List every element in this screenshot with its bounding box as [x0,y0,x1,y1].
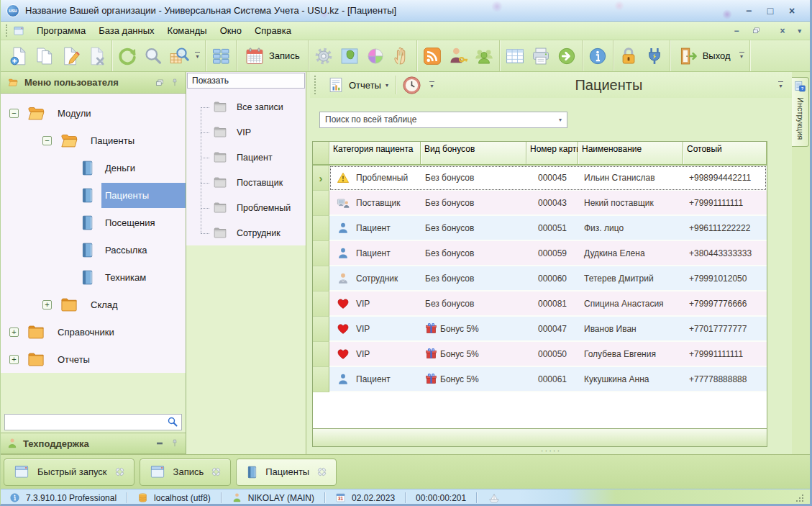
about-button[interactable] [585,43,611,69]
tree-item-patients-folder[interactable]: −Пациенты [1,127,186,154]
table-row[interactable]: ПациентБонус 5%000061Кукушкина Анна+7777… [313,367,767,392]
users-button[interactable] [471,43,497,69]
tree-item-mailing[interactable]: Рассылка [1,236,186,263]
delete-record-button[interactable] [83,43,109,69]
filter-patient[interactable]: Пациент [186,145,306,170]
search-button[interactable] [140,43,166,69]
column-header-name[interactable]: Наименование [578,142,683,164]
expander-plus-icon[interactable]: + [42,300,52,310]
menu-search-input[interactable] [8,416,167,428]
tree-item-technicians[interactable]: Техникам [1,263,186,291]
tree-item-warehouse[interactable]: +Склад [1,291,186,318]
rss-feed-button[interactable] [419,43,445,69]
panel-toolbar-overflow[interactable]: ▾ [426,81,437,89]
column-header-card-number[interactable]: Номер карты [526,142,578,164]
menu-item[interactable]: Команды [161,23,214,38]
record-calendar-button[interactable]: Запись [239,43,306,69]
toolbar-overflow[interactable]: ▾ [192,52,203,60]
lock-button[interactable] [616,43,642,69]
table-row[interactable]: ПациентБез бонусов000059Дудкина Елена+38… [313,241,767,266]
tab-record[interactable]: Запись [140,458,232,486]
table-row[interactable]: VIPБонус 5%000047Иванов Иван+77017777777 [313,317,767,342]
collapse-icon[interactable] [155,438,165,448]
plugins-button[interactable] [642,43,667,69]
combo-dropdown-icon[interactable]: ▾ [554,117,567,123]
clock-button[interactable] [398,73,426,96]
exit-button[interactable]: Выход [672,43,736,69]
filter-vip[interactable]: VIP [186,119,306,145]
panel-overflow-right[interactable]: ▾ [775,81,786,89]
refresh-button[interactable] [114,43,140,69]
menu-item[interactable]: Окно [214,23,248,38]
tree-item-patients[interactable]: Пациенты [1,181,186,209]
tree-item-money[interactable]: Деньги [1,154,186,181]
expander-plus-icon[interactable]: + [9,327,19,337]
run-button[interactable] [554,43,580,69]
support-panel-header[interactable]: Техподдержка [1,433,186,454]
column-header-phone[interactable]: Сотовый [683,142,767,164]
edit-record-button[interactable] [58,43,83,69]
resize-grip[interactable] [795,494,804,502]
table-view-button[interactable] [502,43,528,69]
instruction-tab[interactable]: Инструкция [792,77,809,147]
table-row[interactable]: VIPБонус 5%000050Голубева Евгения+799911… [313,342,767,367]
menu-item[interactable]: Программа [30,23,92,38]
menubar-grip[interactable] [6,24,9,37]
copy-record-button[interactable] [32,43,58,69]
tree-item-visits[interactable]: Посещения [1,209,186,236]
tab-patients[interactable]: Пациенты [236,458,337,486]
search-icon[interactable] [167,416,178,428]
filter-problem[interactable]: Проблемный [186,195,306,220]
expander-minus-icon[interactable]: − [42,136,52,145]
color-scheme-button[interactable] [362,43,388,69]
window-minimize-button[interactable]: − [738,5,759,17]
window-maximize-button[interactable]: □ [759,5,781,17]
tree-item-modules[interactable]: −Модули [1,99,186,127]
tree-item-reports[interactable]: +Отчеты [1,345,186,373]
menu-search-box[interactable] [4,414,182,430]
settings-button[interactable] [311,43,337,69]
menu-item[interactable]: Справка [248,23,298,38]
mdi-close-button[interactable]: × [780,26,785,36]
search-in-table-button[interactable] [166,43,192,69]
mdi-menu-caret[interactable]: ▾ [798,27,801,35]
float-panel-icon[interactable] [155,78,165,88]
tab-quick-launch[interactable]: Быстрый запуск [4,458,134,486]
table-row[interactable]: VIPБез бонусов000081Спицина Анастасия+79… [313,292,767,317]
table-search-input[interactable] [320,114,554,125]
user-access-button[interactable] [445,43,471,69]
filter-all-records[interactable]: Все записи [186,94,306,119]
map-button[interactable] [337,43,362,69]
hand-tool-button[interactable] [388,43,414,69]
toolbar-overflow-right[interactable]: ▾ [736,52,747,60]
table-search-combo[interactable]: ▾ [319,112,567,128]
column-header-category[interactable]: Категория пациента [329,142,421,164]
patients-table: Категория пациентаВид бонусовНомер карты… [312,141,767,447]
print-button[interactable] [528,43,554,69]
menu-item[interactable]: База данных [92,23,160,38]
pin-icon[interactable] [170,78,180,88]
tree-item-directories[interactable]: +Справочники [1,318,186,345]
cell-category: VIP [329,292,421,315]
window-close-button[interactable]: × [781,5,803,17]
panel-toolbar-grip[interactable] [314,76,318,94]
table-row[interactable]: ›ПроблемныйБез бонусов000045Ильин Станис… [313,166,767,191]
expander-plus-icon[interactable]: + [9,355,19,364]
table-row[interactable]: ПоставщикБез бонусов000043Некий поставщи… [313,191,767,216]
tree-item-label: Отчеты [54,347,186,372]
mdi-restore-button[interactable] [752,26,761,35]
filter-employee[interactable]: Сотрудник [186,220,306,245]
expander-minus-icon[interactable]: − [9,109,19,118]
filter-supplier[interactable]: Поставщик [186,170,306,195]
pin-icon[interactable] [170,438,180,448]
add-record-button[interactable] [6,43,32,69]
tiles-view-button[interactable] [208,43,234,69]
table-row[interactable]: ПациентБез бонусов000051Физ. лицо+996111… [313,216,767,241]
mdi-minimize-button[interactable]: − [734,26,739,36]
reports-button[interactable]: Отчеты ▾ [321,73,394,96]
calendar-icon [335,492,346,503]
table-icon [505,46,525,66]
column-header-bonus[interactable]: Вид бонусов [421,142,526,164]
horizontal-splitter[interactable]: ····· [310,447,792,454]
table-row[interactable]: СотрудникБез бонусов000060Тетерев Дмитри… [313,266,767,292]
